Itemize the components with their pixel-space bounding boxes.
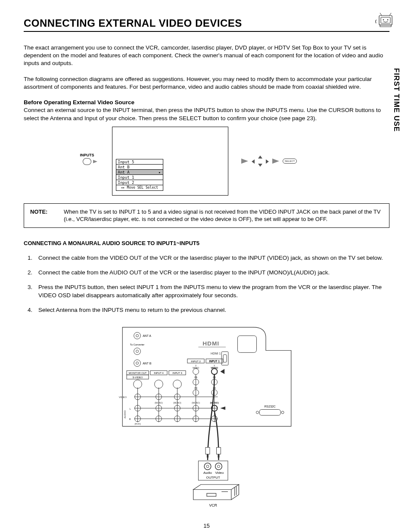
page: FIRST TIME USE CONNECTING EXTERNAL VIDEO… [0, 0, 411, 532]
before-operating-block: Before Operating External Video Source C… [24, 99, 389, 122]
menu-footer: ◂▸ Move SEL Select [116, 185, 163, 191]
arrow-icon [272, 159, 279, 164]
svg-rect-86 [216, 448, 221, 454]
arrow-icon [241, 159, 248, 164]
svg-text:L: L [129, 407, 131, 410]
svg-rect-81 [259, 409, 280, 415]
svg-point-2 [383, 19, 384, 21]
svg-text:ANT A: ANT A [143, 334, 151, 337]
svg-text:OUTPUT: OUTPUT [206, 476, 220, 479]
svg-point-12 [134, 332, 140, 339]
connection-diagram: HDMI HDMI 1 ANT A To Converter ANT B MON… [24, 321, 389, 519]
svg-point-19 [136, 362, 138, 364]
cursor-select-graphic: SELECT [237, 127, 302, 196]
svg-point-82 [256, 411, 258, 414]
svg-text:VCR: VCR [209, 503, 217, 507]
note-box: NOTE: When the TV is set to INPUT 1 to 5… [24, 203, 389, 228]
inputs-menu-diagram: INPUTS Input 5 Ant B Ant A▸ Input 1 Inpu… [24, 127, 389, 196]
svg-point-91 [217, 465, 220, 468]
svg-point-90 [215, 463, 222, 470]
svg-rect-11 [223, 355, 227, 362]
svg-text:Video: Video [215, 471, 224, 475]
inputs-button-label: INPUTS [80, 153, 94, 165]
svg-point-13 [136, 334, 138, 337]
step-item: Select Antenna from the INPUTS menu to r… [34, 306, 389, 314]
hdmi-logo: HDMI [202, 340, 219, 347]
svg-text:INPUT 4: INPUT 4 [154, 372, 164, 374]
note-label: NOTE: [30, 208, 64, 223]
svg-point-37 [133, 380, 142, 389]
dpad-icon [252, 156, 269, 167]
side-tab-first-time-use: FIRST TIME USE [392, 68, 401, 132]
svg-rect-85 [207, 454, 209, 457]
steps-list: Connect the cable from the VIDEO OUT of … [24, 254, 389, 314]
svg-point-83 [281, 411, 284, 414]
svg-point-3 [387, 19, 389, 21]
svg-point-16 [134, 348, 140, 355]
svg-rect-96 [207, 493, 216, 496]
svg-text:INPUT 3: INPUT 3 [172, 372, 182, 374]
svg-point-88 [204, 463, 211, 470]
svg-text:INPUT 2: INPUT 2 [191, 360, 200, 363]
svg-text:To Converter: To Converter [130, 343, 144, 346]
svg-point-18 [134, 360, 140, 367]
svg-text:MONITOR OUT: MONITOR OUT [128, 372, 146, 374]
svg-rect-87 [218, 454, 219, 457]
note-text: When the TV is set to INPUT 1 to 5 and a… [64, 208, 383, 223]
svg-point-17 [136, 350, 138, 352]
step-item: Connect the cable from the AUDIO OUT of … [34, 269, 389, 277]
svg-text:S-VIDEO: S-VIDEO [132, 376, 143, 379]
select-button-icon: SELECT [283, 159, 297, 164]
section-head-monaural: CONNECTING A MONAURAL AUDIO SOURCE TO IN… [24, 240, 389, 246]
svg-rect-7 [237, 336, 256, 352]
svg-text:ANT B: ANT B [143, 362, 151, 365]
svg-text:INPUT 1: INPUT 1 [209, 360, 220, 363]
page-number: 15 [24, 523, 389, 529]
title-rule [24, 31, 389, 32]
svg-line-4 [380, 13, 382, 16]
svg-rect-84 [206, 448, 210, 454]
svg-line-5 [389, 13, 391, 16]
svg-text:HDMI 1: HDMI 1 [211, 352, 221, 355]
svg-text:VIDEO: VIDEO [118, 396, 127, 398]
inputs-menu-list: Input 5 Ant B Ant A▸ Input 1 Input 2 ◂▸ … [116, 159, 163, 191]
svg-point-38 [154, 380, 163, 389]
intro-paragraph-1: The exact arrangement you use to connect… [24, 44, 389, 68]
svg-text:(HI-FI): (HI-FI) [134, 423, 140, 425]
svg-point-89 [206, 465, 209, 468]
page-title: CONNECTING EXTERNAL VIDEO DEVICES [24, 17, 389, 29]
step-item: Connect the cable from the VIDEO OUT of … [34, 254, 389, 262]
before-operating-head: Before Operating External Video Source [24, 99, 134, 106]
svg-point-41 [211, 369, 217, 375]
svg-point-39 [173, 380, 181, 389]
svg-text:R: R [129, 418, 131, 420]
osd-menu-box: INPUTS Input 5 Ant B Ant A▸ Input 1 Inpu… [112, 127, 228, 196]
svg-text:AUDIO: AUDIO [124, 410, 126, 418]
before-operating-body: Connect an external source to the INPUT … [24, 107, 381, 121]
intro-paragraph-2: The following connection diagrams are of… [24, 75, 389, 91]
inputs-button-icon [83, 158, 91, 165]
tv-mascot-icon [374, 12, 398, 32]
svg-text:RS232C: RS232C [264, 405, 275, 408]
svg-point-40 [193, 369, 199, 375]
arrow-icon [93, 160, 97, 163]
svg-text:Audio: Audio [203, 471, 212, 475]
step-item: Press the INPUTS button, then select INP… [34, 283, 389, 299]
